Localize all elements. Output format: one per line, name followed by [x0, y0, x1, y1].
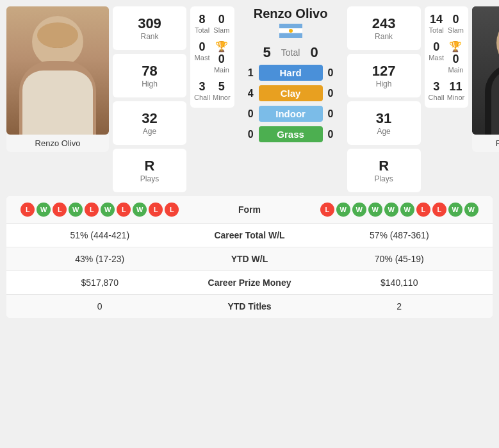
clay-right-score: 0 [328, 88, 341, 99]
left-form-badges: L W L W L W L W L L [14, 203, 186, 217]
left-career-wl: 51% (444-421) [14, 230, 186, 240]
right-age-value: 31 [354, 110, 414, 127]
total-score-right: 0 [310, 44, 318, 61]
left-flag [279, 24, 302, 38]
right-plays-value: R [354, 158, 414, 174]
right-rank-value: 243 [354, 15, 414, 32]
right-total-value: 14 [429, 13, 445, 26]
left-slam-value: 0 [213, 13, 231, 26]
career-wl-label: Career Total W/L [186, 230, 314, 240]
svg-rect-2 [279, 33, 302, 38]
right-form-badges: L W W W W W L L W W [314, 203, 486, 217]
right-chall-value: 3 [429, 80, 445, 94]
left-minor-label: Minor [213, 94, 231, 101]
left-chall-label: Chall [194, 94, 210, 101]
form-label: Form [186, 204, 314, 215]
right-ytd-wl: 70% (45-19) [314, 254, 486, 264]
left-total-value: 8 [194, 13, 210, 26]
hard-badge: Hard [259, 65, 323, 81]
left-mast-value: 0 [194, 40, 210, 54]
left-player-name-label: Renzo Olivo [6, 135, 109, 152]
left-rank-value: 309 [119, 15, 180, 32]
left-trophy-icon: 🏆 [215, 41, 228, 52]
right-slam-label: Slam [447, 26, 465, 34]
right-minor-value: 11 [447, 80, 465, 94]
left-high-label: High [119, 79, 180, 88]
grass-right-score: 0 [328, 129, 341, 140]
right-minor-label: Minor [447, 94, 465, 101]
ytd-titles-label: YTD Titles [186, 301, 314, 311]
right-total-label: Total [429, 26, 445, 34]
left-prize: $517,870 [14, 278, 186, 288]
svg-point-3 [289, 29, 293, 33]
hard-right-score: 0 [328, 67, 341, 79]
left-mast-label: Mast [194, 54, 210, 62]
left-rank-label: Rank [119, 32, 180, 41]
total-score-left: 5 [263, 44, 271, 61]
left-plays-label: Plays [119, 174, 180, 183]
indoor-badge: Indoor [259, 106, 323, 122]
right-chall-label: Chall [429, 94, 445, 101]
right-career-wl: 57% (487-361) [314, 230, 486, 240]
left-high-value: 78 [119, 63, 180, 79]
left-minor-value: 5 [213, 80, 231, 94]
left-ytd-titles: 0 [14, 301, 186, 311]
right-mast-label: Mast [429, 54, 445, 62]
left-age-value: 32 [119, 110, 180, 127]
right-mast-value: 0 [429, 40, 445, 54]
left-ytd-wl: 43% (17-23) [14, 254, 186, 264]
prize-label: Career Prize Money [186, 278, 314, 288]
ytd-wl-label: YTD W/L [186, 254, 314, 264]
right-player-name-label: Facundo Mena [472, 135, 499, 152]
right-slam-value: 0 [447, 13, 465, 26]
grass-badge: Grass [259, 126, 323, 142]
left-main-value: 0 [213, 53, 231, 66]
right-trophy-icon: 🏆 [449, 41, 462, 52]
indoor-right-score: 0 [328, 108, 341, 120]
left-plays-value: R [119, 158, 180, 174]
right-high-label: High [354, 79, 414, 88]
clay-badge: Clay [259, 85, 323, 101]
center-left-name: Renzo Olivo [254, 6, 328, 21]
right-plays-label: Plays [354, 174, 414, 183]
right-main-value: 0 [447, 53, 465, 66]
left-chall-value: 3 [194, 80, 210, 94]
svg-rect-0 [279, 24, 302, 28]
clay-left-score: 4 [241, 88, 254, 99]
grass-left-score: 0 [241, 129, 254, 140]
indoor-left-score: 0 [241, 108, 254, 120]
right-age-label: Age [354, 127, 414, 136]
hard-left-score: 1 [241, 67, 254, 79]
total-label: Total [281, 47, 300, 58]
left-main-label: Main [213, 66, 231, 74]
left-slam-label: Slam [213, 26, 231, 34]
right-main-label: Main [447, 66, 465, 74]
right-high-value: 127 [354, 63, 414, 79]
left-total-label: Total [194, 26, 210, 34]
right-ytd-titles: 2 [314, 301, 486, 311]
right-rank-label: Rank [354, 32, 414, 41]
left-age-label: Age [119, 127, 180, 136]
right-prize: $140,110 [314, 278, 486, 288]
